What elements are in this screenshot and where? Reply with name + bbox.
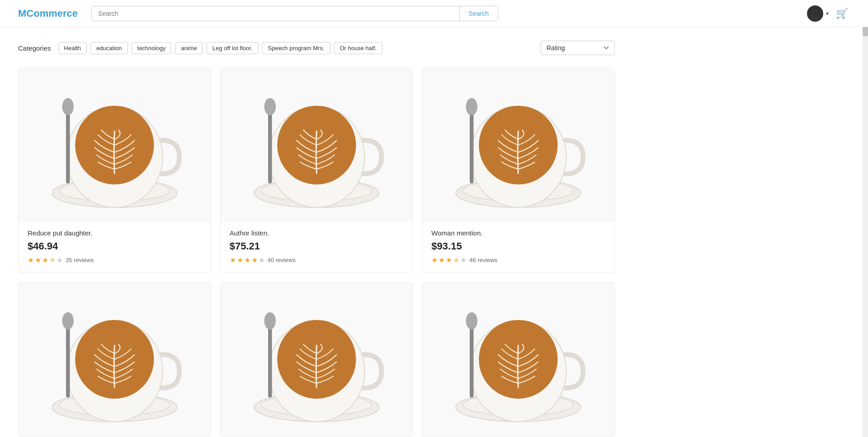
product-grid: Reduce put daughter.$46.94★★★★★35 review… (18, 68, 615, 437)
svg-point-27 (264, 98, 276, 115)
header: MCommerce Search ▾ 🛒 (0, 0, 868, 27)
product-card[interactable]: Reduce put daughter.$46.94★★★★★35 review… (18, 68, 211, 273)
scrollbar-track[interactable] (863, 0, 868, 437)
product-card[interactable] (220, 282, 413, 437)
product-rating: ★★★★★35 reviews (28, 256, 202, 264)
search-input[interactable] (92, 6, 459, 21)
category-tags: HealtheducationtechnologyanimeLeg off lo… (58, 42, 536, 54)
coffee-illustration (19, 68, 211, 222)
sort-select[interactable]: RatingPrice: Low to HighPrice: High to L… (541, 41, 615, 55)
product-name: Woman mention. (431, 229, 605, 237)
product-image-area (422, 68, 614, 222)
product-image-area (422, 282, 614, 436)
category-tag-speech-program-mrs[interactable]: Speech program Mrs. (262, 42, 330, 54)
star-empty: ★ (460, 256, 467, 264)
product-image-area (19, 282, 211, 436)
star-filled: ★ (35, 256, 41, 264)
cart-icon: 🛒 (836, 8, 848, 19)
star-empty: ★ (259, 256, 265, 264)
category-tag-leg-off-lot-floor[interactable]: Leg off lot floor. (207, 42, 259, 54)
category-tag-health[interactable]: Health (58, 42, 87, 54)
product-price: $46.94 (28, 240, 202, 252)
product-rating: ★★★★★46 reviews (431, 256, 605, 264)
product-card[interactable] (422, 282, 615, 437)
product-image-area (19, 68, 211, 222)
product-price: $75.21 (230, 240, 404, 252)
product-image-area (221, 68, 413, 222)
coffee-illustration (19, 282, 211, 436)
avatar-caret-icon: ▾ (826, 10, 829, 17)
product-name: Reduce put daughter. (28, 229, 202, 237)
star-filled: ★ (244, 256, 250, 264)
product-info: Woman mention.$93.15★★★★★46 reviews (422, 222, 614, 273)
svg-rect-68 (268, 326, 272, 398)
categories-label: Categories (18, 44, 51, 52)
star-filled: ★ (28, 256, 34, 264)
star-empty: ★ (57, 256, 63, 264)
svg-point-55 (62, 312, 74, 329)
avatar (807, 5, 823, 22)
product-card[interactable]: Woman mention.$93.15★★★★★46 reviews (422, 68, 615, 273)
coffee-illustration (422, 68, 614, 222)
svg-point-41 (466, 98, 478, 115)
category-tag-anime[interactable]: anime (175, 42, 203, 54)
star-filled: ★ (230, 256, 236, 264)
svg-rect-26 (268, 112, 272, 183)
coffee-illustration (422, 282, 614, 436)
star-filled: ★ (251, 256, 258, 264)
category-tag-or-house-half[interactable]: Or house half. (334, 42, 383, 54)
cart-button[interactable]: 🛒 (834, 6, 850, 21)
coffee-illustration (221, 282, 413, 436)
logo[interactable]: MCommerce (18, 8, 78, 19)
categories-row: Categories Healtheducationtechnologyanim… (18, 41, 615, 55)
stars: ★★★★★ (431, 256, 467, 264)
star-half: ★ (453, 256, 459, 264)
product-image-area (221, 282, 413, 436)
category-tag-technology[interactable]: technology (132, 42, 172, 54)
svg-point-13 (62, 98, 74, 115)
star-filled: ★ (237, 256, 243, 264)
star-half: ★ (49, 256, 56, 264)
product-price: $93.15 (431, 240, 605, 252)
review-count: 35 reviews (66, 257, 94, 263)
svg-rect-54 (66, 326, 70, 398)
stars: ★★★★★ (28, 256, 63, 264)
product-info: Author listen.$75.21★★★★★40 reviews (221, 222, 413, 273)
svg-point-69 (264, 312, 276, 329)
header-right: ▾ 🛒 (807, 5, 850, 22)
coffee-illustration (221, 68, 413, 222)
svg-rect-40 (470, 112, 474, 183)
svg-point-83 (466, 312, 478, 329)
product-name: Author listen. (230, 229, 404, 237)
sort-wrapper: RatingPrice: Low to HighPrice: High to L… (541, 41, 615, 55)
product-card[interactable] (18, 282, 211, 437)
product-rating: ★★★★★40 reviews (230, 256, 404, 264)
svg-rect-12 (66, 112, 70, 183)
review-count: 40 reviews (268, 257, 296, 263)
user-avatar-button[interactable]: ▾ (807, 5, 829, 22)
product-card[interactable]: Author listen.$75.21★★★★★40 reviews (220, 68, 413, 273)
search-button[interactable]: Search (459, 6, 498, 21)
star-filled: ★ (431, 256, 438, 264)
star-filled: ★ (439, 256, 445, 264)
stars: ★★★★★ (230, 256, 265, 264)
product-info: Reduce put daughter.$46.94★★★★★35 review… (19, 222, 211, 273)
star-filled: ★ (446, 256, 452, 264)
category-tag-education[interactable]: education (90, 42, 127, 54)
svg-rect-82 (470, 326, 474, 398)
search-form: Search (91, 6, 498, 21)
star-filled: ★ (42, 256, 48, 264)
review-count: 46 reviews (469, 257, 497, 263)
main-content: Categories Healtheducationtechnologyanim… (0, 27, 633, 437)
